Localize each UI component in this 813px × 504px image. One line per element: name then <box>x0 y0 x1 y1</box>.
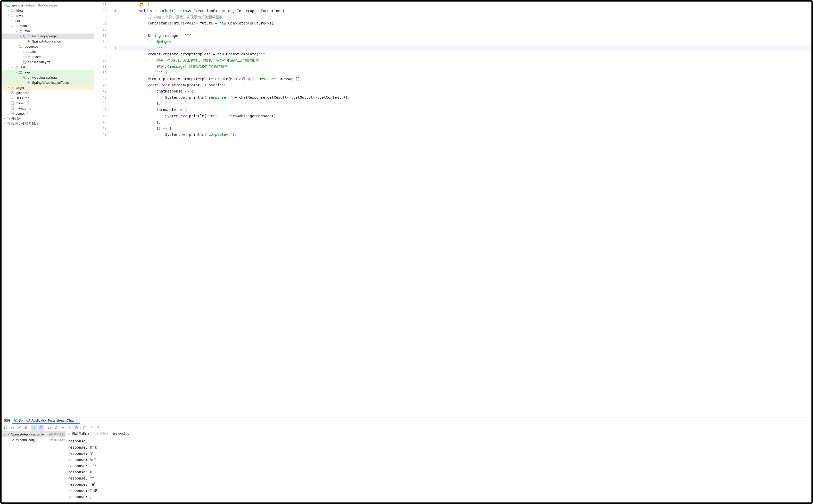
chevron-right-icon[interactable]: › <box>7 14 10 17</box>
stop-button[interactable] <box>23 425 29 431</box>
collapse-all-button[interactable] <box>60 425 66 431</box>
show-passed-button[interactable] <box>31 425 37 431</box>
code-line[interactable]: 年终总结 <box>120 39 811 45</box>
code-line[interactable]: System.out.println("response: " + chatRe… <box>120 94 811 100</box>
tree-item[interactable]: ⌄java <box>2 28 94 33</box>
export-2-button[interactable] <box>95 425 101 431</box>
chevron-down-icon[interactable]: ⌄ <box>7 19 10 22</box>
chevron-right-icon[interactable]: › <box>7 9 10 12</box>
tree-item-label: main <box>20 24 27 28</box>
tree-item[interactable]: CSpringAiApplicationTests <box>2 80 94 85</box>
code-line[interactable]: 你是一个Java开发工程师，你擅长于写公司年底的工作总结报告， <box>120 57 811 63</box>
code-line[interactable]: Prompt prompt = promptTemplate.create(Ma… <box>120 76 811 82</box>
tree-item[interactable]: templates <box>2 54 94 59</box>
code-line[interactable]: """); <box>120 70 811 76</box>
tree-item-label: application.yml <box>28 60 50 64</box>
code-line[interactable]: // 构建一个异步函数，实现手动关闭测试函数 <box>120 14 811 20</box>
chevron-right-icon[interactable]: › <box>3 122 6 125</box>
project-tree[interactable]: ⌄spring-ai~/data/github/spring-ai›.idea›… <box>2 2 94 417</box>
code-line[interactable]: @Test <box>120 2 811 8</box>
run-gutter-icon[interactable] <box>113 9 117 13</box>
test-results-tree[interactable]: ⌄✓SpringAiApplicationTe4秒 868毫秒✓streamCh… <box>2 431 66 502</box>
tree-item[interactable]: M↓HELP.md <box>2 95 94 100</box>
test-tree-item[interactable]: ⌄✓SpringAiApplicationTe4秒 868毫秒 <box>2 431 66 437</box>
chevron-down-icon[interactable]: ⌄ <box>19 35 23 37</box>
code-line[interactable]: System.out.println("complete~!"); <box>120 131 811 138</box>
export-button[interactable] <box>88 425 95 431</box>
tree-item[interactable]: static <box>2 49 94 54</box>
editor-code-area[interactable]: @Test void streamChat() throws Execution… <box>120 2 811 417</box>
svg-point-31 <box>105 427 105 428</box>
import-button[interactable] <box>82 425 88 431</box>
tree-item[interactable]: mvnw.cmd <box>2 106 94 111</box>
code-line[interactable]: String message = """ <box>120 32 811 39</box>
chevron-down-icon[interactable]: ⌄ <box>15 71 19 73</box>
tree-item-label: SpringAiApplicationTests <box>32 81 69 85</box>
code-line[interactable]: void streamChat() throws ExecutionExcept… <box>120 8 811 14</box>
pom-icon: m <box>10 111 14 115</box>
svg-point-3 <box>24 36 25 36</box>
chevron-down-icon[interactable]: ⌄ <box>11 24 14 27</box>
rerun-button[interactable] <box>3 425 9 431</box>
tree-item[interactable]: mpom.xml <box>2 111 94 116</box>
more-button[interactable] <box>102 425 108 431</box>
tree-item[interactable]: ›.mvn <box>2 13 94 18</box>
chevron-down-icon[interactable]: ⌄ <box>3 4 6 6</box>
chevron-down-icon[interactable]: ⌄ <box>15 45 19 48</box>
test-status-count: 1 <box>90 432 92 436</box>
test-tree-item[interactable]: ✓streamChat()4秒 868毫秒 <box>2 437 66 443</box>
code-line[interactable]: throwable -> { <box>120 107 811 113</box>
code-line[interactable]: """; <box>120 45 811 51</box>
code-line[interactable]: }, <box>120 119 811 125</box>
tree-item[interactable]: ⌄spring-ai~/data/github/spring-ai <box>2 3 94 8</box>
rerun-failed-button[interactable] <box>9 425 15 431</box>
intention-bulb-icon[interactable] <box>113 46 117 50</box>
tree-item[interactable]: ⌄main <box>2 23 94 28</box>
code-line[interactable]: PromptTemplate promptTemplate = new Prom… <box>120 51 811 57</box>
code-line[interactable]: chatClient.stream(prompt).subscribe( <box>120 82 811 88</box>
tree-item[interactable]: ›target <box>2 85 94 90</box>
history-button[interactable] <box>73 425 79 431</box>
sort-button[interactable] <box>46 425 53 431</box>
close-icon[interactable]: × <box>75 418 78 422</box>
code-line[interactable]: }, <box>120 100 811 107</box>
tree-item[interactable]: ⌄cn.tycoding.springai <box>2 75 94 80</box>
chevron-down-icon[interactable]: ⌄ <box>19 76 23 79</box>
chevron-right-icon[interactable]: › <box>7 86 10 89</box>
code-line[interactable]: () -> { <box>120 125 811 131</box>
tree-item[interactable]: ⌄resources <box>2 44 94 49</box>
tree-item[interactable]: ⌄test <box>2 64 94 70</box>
code-line[interactable]: 根据：{message} 场景写100字的总结报告 <box>120 63 811 70</box>
folder-res-icon <box>19 44 23 48</box>
tree-item[interactable]: mvnw <box>2 100 94 106</box>
console-output[interactable]: response: response: 优化 response: 了 respo… <box>66 437 811 502</box>
code-line[interactable]: System.err.println("err: " + throwable.g… <box>120 113 811 119</box>
tree-item[interactable]: .gitignore <box>2 90 94 95</box>
show-ignored-button[interactable] <box>38 425 44 431</box>
expand-all-button[interactable] <box>53 425 59 431</box>
tree-item[interactable]: ⌄java <box>2 70 94 75</box>
tree-item[interactable]: CSpringAiApplication <box>2 39 94 44</box>
test-name: SpringAiApplicationTe <box>11 432 44 436</box>
test-config-icon <box>14 418 18 422</box>
toggle-auto-test-button[interactable] <box>16 425 22 431</box>
tree-item[interactable]: ⌄cn.tycoding.springai <box>2 33 94 39</box>
chevron-down-icon[interactable]: ⌄ <box>15 30 19 32</box>
code-line[interactable]: CompletableFuture<Void> future = new Com… <box>120 20 811 26</box>
tree-item[interactable]: ›.idea <box>2 8 94 13</box>
code-line[interactable] <box>120 26 811 32</box>
run-tab-active[interactable]: SpringAiApplicationTests.streamChat × <box>12 417 80 424</box>
prev-failed-button[interactable] <box>66 425 73 431</box>
code-editor[interactable]: 2829303132333435363738394041424344454647… <box>94 2 811 417</box>
tree-item[interactable]: ›临时文件和控制台 <box>2 121 94 126</box>
tree-item[interactable]: ›外部库 <box>2 116 94 121</box>
chevron-right-icon[interactable]: › <box>3 117 6 120</box>
tree-item[interactable]: ⌄src <box>2 18 94 23</box>
run-tool-title: 运行 <box>4 418 10 423</box>
test-pass-icon: ✓ <box>12 438 15 442</box>
tree-item-label: 临时文件和控制台 <box>11 121 38 126</box>
tree-item[interactable]: application.yml <box>2 59 94 64</box>
chevron-down-icon[interactable]: ⌄ <box>11 66 14 68</box>
code-line[interactable]: chatResponse -> { <box>120 88 811 94</box>
chevron-down-icon[interactable]: ⌄ <box>3 433 6 435</box>
